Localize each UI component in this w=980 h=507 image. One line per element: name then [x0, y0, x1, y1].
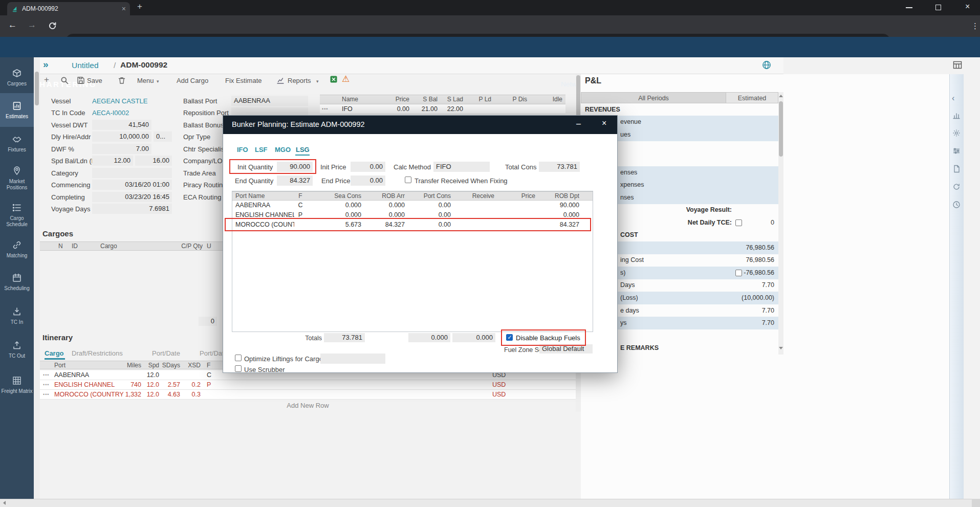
save-icon[interactable]: [77, 76, 85, 84]
modal-titlebar[interactable]: Bunker Planning: Estimate ADM-000992 – ×: [223, 116, 617, 134]
menu-button[interactable]: Menu: [137, 77, 154, 84]
modal-tab-ifo[interactable]: IFO: [237, 146, 248, 153]
row-menu-icon[interactable]: •••: [43, 390, 54, 399]
window-close-icon[interactable]: ×: [965, 2, 970, 11]
vessel-dwt-field[interactable]: 41,540: [92, 120, 151, 130]
sidebar-item-fixtures[interactable]: Fixtures: [0, 127, 34, 160]
export-excel-icon[interactable]: [330, 75, 338, 83]
add-icon[interactable]: +: [44, 75, 49, 85]
forward-icon[interactable]: →: [28, 20, 36, 30]
pnl-col-all-periods[interactable]: All Periods: [581, 92, 726, 103]
breadcrumb-untitled[interactable]: Untitled: [72, 61, 99, 70]
scroll-up-icon[interactable]: [779, 95, 783, 97]
reports-chart-icon[interactable]: [276, 76, 285, 84]
category-field[interactable]: [92, 168, 172, 178]
add-cargo-button[interactable]: Add Cargo: [177, 77, 208, 84]
commencing-field[interactable]: 03/16/20 01:00: [92, 180, 172, 190]
pnl-col-estimated[interactable]: Estimated: [726, 92, 778, 103]
browser-menu-icon[interactable]: ⋮: [971, 21, 979, 31]
bunker-grid-row[interactable]: ENGLISH CHANNEL P 0.000 0.000 0.00 0.000: [232, 210, 593, 220]
itinerary-tab-port-date[interactable]: Port/Date: [152, 349, 180, 357]
net-daily-tce-checkbox[interactable]: [735, 219, 742, 226]
save-button[interactable]: Save: [87, 77, 102, 84]
transfer-received-checkbox[interactable]: [405, 177, 411, 183]
ballast-port-field[interactable]: AABENRAA: [231, 96, 308, 106]
sidebar-item-scheduling[interactable]: Scheduling: [0, 265, 34, 299]
bar-chart-icon[interactable]: [952, 112, 961, 120]
itinerary-tab-draft[interactable]: Draft/Restrictions: [72, 349, 123, 357]
add-new-row-button[interactable]: Add New Row: [40, 402, 576, 409]
itinerary-tab-port-dat[interactable]: Port/Dat: [200, 349, 224, 357]
sidebar-item-tc-in[interactable]: TC In: [0, 299, 34, 333]
window-minimize-icon[interactable]: [906, 7, 912, 8]
itinerary-row[interactable]: ••• ENGLISH CHANNEL 740 12.0 2.57 0.2 P …: [40, 380, 576, 390]
clock-icon[interactable]: [952, 201, 961, 209]
calc-method-field[interactable]: FIFO: [433, 162, 490, 172]
tab-close-icon[interactable]: ×: [122, 5, 126, 13]
dwf-field[interactable]: 7.00: [92, 144, 151, 154]
modal-tab-lsg[interactable]: LSG: [296, 146, 310, 153]
voyage-days-field[interactable]: 7.6981: [92, 204, 172, 214]
sidebar-item-tc-out[interactable]: TC Out: [0, 333, 34, 366]
reload-icon[interactable]: [48, 21, 57, 30]
window-maximize-icon[interactable]: [935, 5, 941, 10]
use-scrubber-checkbox[interactable]: [235, 365, 242, 372]
spd-bal-field[interactable]: 12.00: [92, 156, 133, 166]
fuel-zone-set-dropdown[interactable]: Global Default: [539, 344, 593, 354]
modal-tab-mgo[interactable]: MGO: [275, 146, 291, 153]
total-cons-field[interactable]: 73.781: [539, 162, 580, 172]
fix-estimate-button[interactable]: Fix Estimate: [225, 77, 262, 84]
bunker-grid-row[interactable]: AABENRAA C 0.000 0.000 0.00 90.000: [232, 201, 593, 210]
gear-icon[interactable]: [952, 129, 961, 137]
scroll-down-icon[interactable]: [779, 347, 783, 349]
bunker-grid-row[interactable]: MOROCCO (COUNTRY) 5.673 84.327 0.00 84.3…: [232, 220, 593, 230]
pnl-scrollbar-thumb[interactable]: [779, 101, 783, 157]
expand-panel-chevron-icon[interactable]: ‹: [952, 94, 954, 103]
itinerary-row[interactable]: ••• MOROCCO (COUNTRY 1,332 12.0 4.63 0.3…: [40, 390, 576, 400]
init-quantity-field[interactable]: 90.000: [277, 162, 313, 172]
sidebar-scrollbar-thumb[interactable]: [35, 72, 39, 105]
new-tab-button[interactable]: +: [137, 2, 142, 12]
tc-in-code-value[interactable]: AECA-I0002: [92, 109, 129, 117]
optimize-liftings-checkbox[interactable]: [235, 355, 242, 361]
modal-close-icon[interactable]: ×: [602, 119, 606, 128]
end-quantity-field[interactable]: 84.327: [277, 175, 313, 186]
pnl-row-checkbox[interactable]: [735, 270, 742, 276]
init-price-field[interactable]: 0.00: [351, 162, 385, 172]
sidebar-item-market-positions[interactable]: Market Positions: [0, 160, 34, 196]
globe-icon[interactable]: [761, 60, 772, 70]
completing-field[interactable]: 03/23/20 16:45: [92, 192, 172, 202]
sidebar-item-freight-matrix[interactable]: Freight Matrix: [0, 366, 34, 403]
search-icon[interactable]: [60, 76, 69, 84]
optimize-liftings-field[interactable]: [320, 354, 385, 364]
modal-tab-lsf[interactable]: LSF: [255, 146, 268, 153]
horizontal-scrollbar[interactable]: [0, 499, 980, 507]
delete-icon[interactable]: [118, 76, 126, 84]
table-view-icon[interactable]: [953, 60, 962, 70]
dly-hire-field[interactable]: 10,000.00: [92, 131, 151, 142]
sidebar-item-cargoes[interactable]: Cargoes: [0, 61, 34, 93]
end-price-field[interactable]: 0.00: [351, 175, 385, 186]
modal-minimize-icon[interactable]: –: [576, 119, 581, 128]
warning-icon[interactable]: ⚠: [342, 75, 350, 83]
dly-hire-addr-field[interactable]: 0...: [154, 131, 172, 142]
sidebar-item-cargo-schedule[interactable]: Cargo Schedule: [0, 196, 34, 233]
sidebar-item-matching[interactable]: Matching: [0, 233, 34, 265]
scroll-left-icon[interactable]: [3, 501, 6, 505]
spd-ldn-field[interactable]: 16.00: [135, 156, 172, 166]
row-menu-icon[interactable]: •••: [322, 104, 334, 114]
row-menu-icon[interactable]: •••: [43, 380, 54, 389]
resize-grip[interactable]: [972, 499, 980, 507]
browser-tab[interactable]: ADM-000992 ×: [7, 2, 130, 15]
document-icon[interactable]: [952, 165, 961, 173]
filter-sliders-icon[interactable]: [952, 147, 961, 155]
itinerary-tab-cargo[interactable]: Cargo: [45, 349, 64, 357]
refresh-icon[interactable]: [952, 183, 961, 191]
fuel-grid-row[interactable]: ••• IFO 0.00 21.00 22.00: [320, 104, 565, 114]
collapse-panel-icon[interactable]: »: [43, 59, 49, 70]
vessel-value[interactable]: AEGEAN CASTLE: [92, 97, 147, 105]
row-menu-icon[interactable]: •••: [43, 370, 54, 380]
sidebar-item-estimates[interactable]: Estimates: [0, 93, 34, 127]
disable-backup-fuels-checkbox[interactable]: [506, 334, 513, 341]
sidebar-scrollbar-track[interactable]: [34, 57, 40, 499]
